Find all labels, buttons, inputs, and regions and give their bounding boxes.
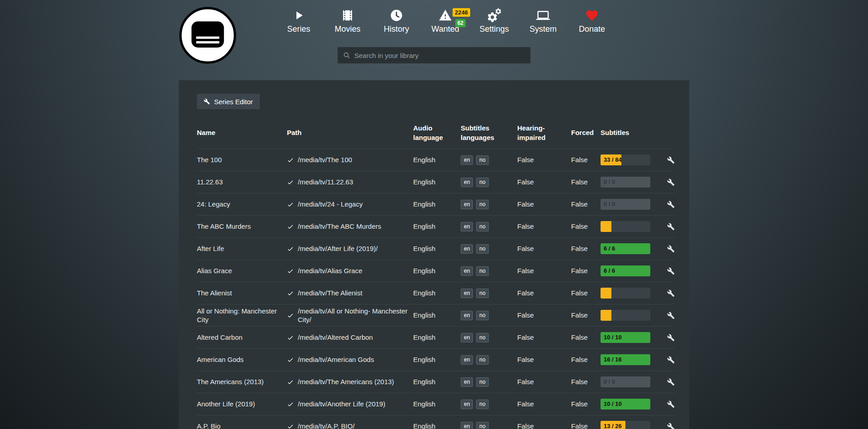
warning-icon <box>439 7 452 24</box>
hearing-impaired: False <box>517 266 571 275</box>
subtitle-language-badge: no <box>476 178 488 187</box>
subtitles-progress-label: 6 / 6 <box>604 267 615 275</box>
edit-series-button[interactable] <box>662 223 675 231</box>
audio-language: English <box>413 289 461 298</box>
edit-series-button[interactable] <box>662 423 675 429</box>
series-name[interactable]: All or Nothing: Manchester City <box>197 307 287 324</box>
series-table-body: The 100/media/tv/The 100EnglishennoFalse… <box>197 149 675 429</box>
laptop-icon <box>536 7 550 24</box>
subtitles-languages: enno <box>461 377 517 386</box>
table-row: After Life/media/tv/After Life (2019)/En… <box>197 238 675 260</box>
nav-item-history[interactable]: History <box>379 7 414 34</box>
subtitle-language-badge: no <box>476 355 488 364</box>
series-name[interactable]: A.P. Bio <box>197 422 287 429</box>
edit-series-button[interactable] <box>662 245 675 253</box>
wanted-movies-badge: 62 <box>455 19 466 27</box>
forced: False <box>571 244 601 253</box>
series-editor-label: Series Editor <box>214 98 253 106</box>
series-name[interactable]: Another Life (2019) <box>197 400 287 409</box>
series-path-text: /media/tv/The ABC Murders <box>298 222 381 231</box>
subtitles-languages: enno <box>461 355 517 364</box>
subtitles-progress-label: 0 / 0 <box>604 201 615 208</box>
edit-series-button[interactable] <box>662 289 675 297</box>
series-path-text: /media/tv/Altered Carbon <box>298 333 373 342</box>
series-name[interactable]: 11.22.63 <box>197 178 287 187</box>
subtitle-language-badge: no <box>476 266 488 275</box>
edit-series-button[interactable] <box>662 201 675 208</box>
subtitles-languages: enno <box>461 288 517 298</box>
column-header-hearing-impaired: Hearing-impaired <box>517 124 571 142</box>
nav-label: Settings <box>479 24 509 34</box>
series-name[interactable]: After Life <box>197 244 287 253</box>
audio-language: English <box>413 266 461 275</box>
bazarr-logo[interactable] <box>179 6 237 64</box>
series-path: /media/tv/Altered Carbon <box>287 333 413 342</box>
check-icon <box>287 246 294 252</box>
series-name[interactable]: 24: Legacy <box>197 200 287 209</box>
series-path: /media/tv/11.22.63 <box>287 178 413 187</box>
series-path: /media/tv/After Life (2019)/ <box>287 244 413 253</box>
clock-icon <box>390 7 403 24</box>
nav-item-movies[interactable]: Movies <box>330 7 365 34</box>
edit-series-button[interactable] <box>662 178 675 186</box>
check-icon <box>287 223 294 230</box>
search-input[interactable] <box>354 52 525 59</box>
subtitle-language-badge: en <box>461 178 473 187</box>
forced: False <box>571 178 601 187</box>
series-path-text: /media/tv/The Alienist <box>298 289 362 298</box>
top-header: Series Movies History Wanted 2246 <box>0 0 868 80</box>
subtitles-cell: 33 / 84 <box>601 154 662 165</box>
hearing-impaired: False <box>517 289 571 298</box>
wrench-icon <box>667 223 675 231</box>
subtitles-languages: enno <box>461 333 517 342</box>
series-editor-button[interactable]: Series Editor <box>197 94 260 109</box>
check-icon <box>287 379 294 386</box>
nav-item-wanted[interactable]: Wanted 2246 62 <box>428 7 463 34</box>
series-path: /media/tv/The Alienist <box>287 289 413 298</box>
content-panel: Series Editor Name Path Audio language S… <box>179 80 689 429</box>
subtitle-language-badge: en <box>461 311 473 320</box>
wrench-icon <box>667 156 675 164</box>
edit-series-button[interactable] <box>662 400 675 408</box>
series-name[interactable]: Alias Grace <box>197 266 287 275</box>
nav-item-system[interactable]: System <box>525 7 561 34</box>
series-name[interactable]: The 100 <box>197 155 287 164</box>
series-name[interactable]: American Gods <box>197 355 287 364</box>
subtitles-cell <box>601 310 662 321</box>
nav-label: Series <box>287 24 310 34</box>
edit-series-button[interactable] <box>662 156 675 164</box>
audio-language: English <box>413 244 461 253</box>
edit-series-button[interactable] <box>662 334 675 342</box>
subtitles-languages: enno <box>461 244 517 253</box>
wrench-icon <box>667 267 675 275</box>
subtitle-language-badge: no <box>476 155 488 164</box>
edit-series-button[interactable] <box>662 267 675 275</box>
subtitles-progress-label: 0 / 0 <box>604 178 615 186</box>
edit-series-button[interactable] <box>662 356 675 364</box>
subtitles-cell: 13 / 26 <box>601 421 662 429</box>
nav-item-settings[interactable]: Settings <box>477 7 512 34</box>
series-name[interactable]: The Americans (2013) <box>197 377 287 386</box>
subtitles-progress-label: 33 / 84 <box>604 156 622 164</box>
subtitles-progress-label: 6 / 6 <box>604 245 615 253</box>
subtitles-cell <box>601 221 662 232</box>
subtitles-progress-bar <box>601 288 650 299</box>
wrench-icon <box>204 98 210 105</box>
series-name[interactable]: The ABC Murders <box>197 222 287 231</box>
nav-item-donate[interactable]: Donate <box>574 7 610 34</box>
forced: False <box>571 422 601 429</box>
hearing-impaired: False <box>517 400 571 409</box>
audio-language: English <box>413 311 461 320</box>
series-name[interactable]: The Alienist <box>197 289 287 298</box>
edit-series-button[interactable] <box>662 312 675 319</box>
audio-language: English <box>413 155 461 164</box>
series-path-text: /media/tv/A.P. BIO/ <box>298 422 355 429</box>
library-search <box>338 47 530 63</box>
wrench-icon <box>667 178 675 186</box>
subtitles-languages: enno <box>461 266 517 275</box>
series-path-text: /media/tv/Alias Grace <box>298 266 362 275</box>
nav-item-series[interactable]: Series <box>281 7 316 34</box>
subtitles-languages: enno <box>461 222 517 231</box>
series-name[interactable]: Altered Carbon <box>197 333 287 342</box>
edit-series-button[interactable] <box>662 378 675 386</box>
